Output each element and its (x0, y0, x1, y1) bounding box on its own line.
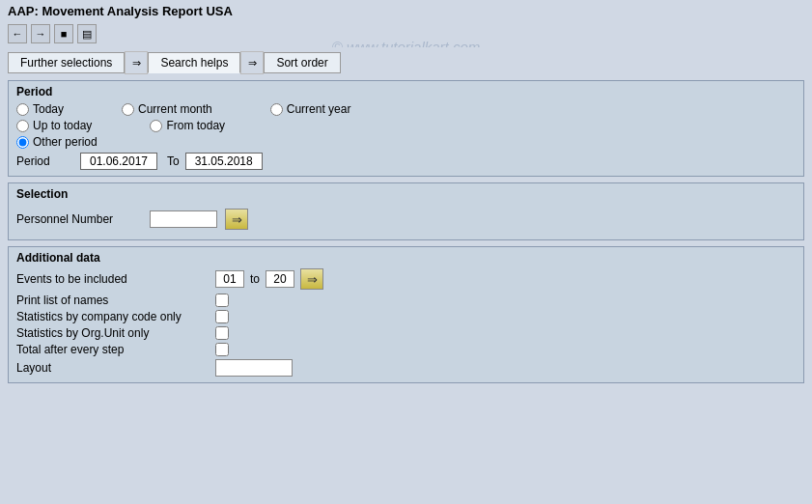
radio-up-to-today-input[interactable] (16, 120, 29, 132)
radio-row-2: Up to today From today (16, 119, 796, 132)
radio-up-to-today-label: Up to today (33, 119, 92, 132)
radio-from-today-input[interactable] (150, 120, 162, 132)
radio-current-month-label: Current month (138, 102, 212, 116)
radio-today-label: Today (33, 102, 64, 116)
toolbar: ← → ■ ▤ (0, 22, 812, 47)
radio-current-year-input[interactable] (270, 103, 283, 116)
tab-further-selections[interactable]: Further selections (8, 52, 125, 73)
radio-current-month-input[interactable] (122, 103, 134, 116)
period-title: Period (16, 85, 796, 98)
radio-today: Today (16, 102, 64, 116)
stats-org-checkbox[interactable] (215, 326, 229, 340)
events-from-input[interactable] (215, 270, 244, 288)
additional-section: Additional data Events to be included to… (8, 246, 804, 383)
radio-other-period-input[interactable] (16, 136, 29, 149)
back-icon[interactable]: ← (8, 24, 27, 43)
stats-org-row: Statistics by Org.Unit only (16, 326, 796, 340)
selection-title: Selection (16, 187, 796, 201)
forward-icon[interactable]: → (31, 24, 50, 43)
print-list-checkbox[interactable] (215, 294, 229, 307)
personnel-number-label: Personnel Number (16, 212, 142, 226)
print-list-label: Print list of names (16, 294, 210, 307)
radio-row-1: Today Current month Current year (16, 102, 796, 116)
title-bar: AAP: Movement Analysis Report USA (0, 0, 812, 22)
events-label: Events to be included (16, 272, 210, 286)
radio-other-period: Other period (16, 135, 98, 149)
selection-row: Personnel Number ⇒ (16, 205, 796, 234)
personnel-number-input[interactable] (150, 210, 217, 228)
stats-company-checkbox[interactable] (215, 310, 229, 323)
tabs-bar: Further selections ⇒ Search helps ⇒ Sort… (0, 47, 812, 74)
tab-search-helps[interactable]: Search helps (148, 52, 240, 73)
events-to-label: to (250, 272, 260, 286)
layout-input[interactable] (215, 359, 293, 377)
radio-from-today-label: From today (166, 119, 225, 132)
events-arrow-btn[interactable]: ⇒ (300, 268, 323, 290)
main-content: Period Today Current month Current year … (0, 74, 812, 395)
additional-title: Additional data (16, 251, 796, 265)
tab-arrow-2[interactable]: ⇒ (240, 51, 264, 74)
print-list-row: Print list of names (16, 294, 796, 307)
radio-up-to-today: Up to today (16, 119, 92, 132)
radio-from-today: From today (150, 119, 225, 132)
radio-row-3: Other period (16, 135, 796, 149)
page-title: AAP: Movement Analysis Report USA (8, 4, 233, 18)
stats-company-label: Statistics by company code only (16, 310, 210, 323)
period-label: Period (16, 154, 74, 168)
layout-row: Layout (16, 359, 796, 377)
tab-arrow-1[interactable]: ⇒ (125, 51, 148, 74)
selection-arrow-btn[interactable]: ⇒ (225, 209, 248, 230)
events-to-input[interactable] (266, 270, 294, 288)
radio-current-year: Current year (270, 102, 351, 116)
total-checkbox[interactable] (215, 343, 229, 356)
save-icon[interactable]: ■ (54, 24, 73, 43)
selection-section: Selection Personnel Number ⇒ (8, 182, 804, 240)
tab-sort-order[interactable]: Sort order (264, 52, 340, 73)
period-section: Period Today Current month Current year … (8, 80, 804, 177)
period-from-input[interactable] (80, 153, 157, 170)
radio-current-month: Current month (122, 102, 212, 116)
radio-other-period-label: Other period (33, 135, 98, 149)
period-row: Period To (16, 153, 796, 170)
to-label: To (167, 154, 180, 168)
radio-today-input[interactable] (16, 103, 29, 116)
total-row: Total after every step (16, 343, 796, 356)
events-row: Events to be included to ⇒ (16, 268, 796, 290)
layout-label: Layout (16, 361, 210, 375)
period-to-input[interactable] (185, 153, 263, 170)
stats-company-row: Statistics by company code only (16, 310, 796, 323)
command-icon[interactable]: ▤ (77, 24, 97, 43)
stats-org-label: Statistics by Org.Unit only (16, 326, 210, 340)
total-label: Total after every step (16, 343, 210, 356)
radio-current-year-label: Current year (287, 102, 351, 116)
